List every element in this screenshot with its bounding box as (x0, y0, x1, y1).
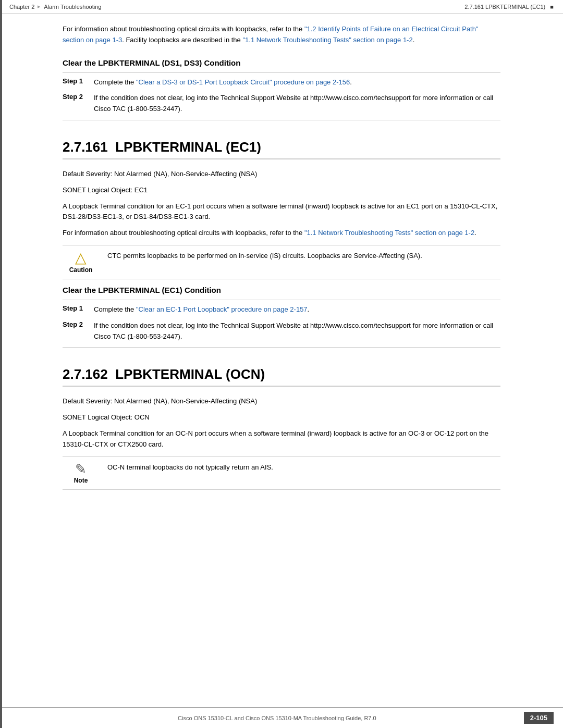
section-161-logical-object: SONET Logical Object: EC1 (63, 185, 500, 196)
caution-icon-wrap: △ Caution (63, 251, 99, 274)
ec1-step1-label: Step 1 (63, 304, 94, 312)
ec1-step2-label: Step 2 (63, 320, 94, 328)
caution-label: Caution (69, 266, 93, 274)
bottom-bar: Cisco ONS 15310-CL and Cisco ONS 15310-M… (0, 707, 563, 728)
ec1-step2-content: If the condition does not clear, log int… (94, 320, 500, 342)
ds1-steps: Step 1 Complete the "Clear a DS-3 or DS-… (63, 77, 500, 115)
ds1-step1-row: Step 1 Complete the "Clear a DS-3 or DS-… (63, 77, 500, 88)
ec1-divider-bottom (63, 347, 500, 348)
intro-text-after-link1: . Facility loopbacks are described in th… (122, 36, 242, 44)
note-text: OC-N terminal loopbacks do not typically… (107, 462, 500, 473)
section-162-severity: Default Severity: Not Alarmed (NA), Non-… (63, 396, 500, 407)
intro-paragraph: For information about troubleshooting op… (63, 24, 500, 46)
ds1-step1-link[interactable]: "Clear a DS-3 or DS-1 Port Loopback Circ… (136, 78, 350, 86)
note-box: ✎ Note OC-N terminal loopbacks do not ty… (63, 456, 500, 490)
section-161-desc2: For information about troubleshooting op… (63, 228, 500, 239)
ds1-step1-content: Complete the "Clear a DS-3 or DS-1 Port … (94, 77, 500, 88)
section-162-title: 2.7.162 LPBKTERMINAL (OCN) (63, 366, 500, 387)
note-label: Note (74, 477, 88, 484)
section-161-title: 2.7.161 LPBKTERMINAL (EC1) (63, 139, 500, 159)
section-161-severity: Default Severity: Not Alarmed (NA), Non-… (63, 169, 500, 180)
ds1-step2-row: Step 2 If the condition does not clear, … (63, 93, 500, 115)
ec1-step1-link[interactable]: "Clear an EC-1 Port Loopback" procedure … (136, 305, 308, 313)
footer-center-text: Cisco ONS 15310-CL and Cisco ONS 15310-M… (30, 715, 524, 721)
section-162-desc1: A Loopback Terminal condition for an OC-… (63, 428, 500, 450)
ds1-step2-content: If the condition does not clear, log int… (94, 93, 500, 115)
ec1-step1-content: Complete the "Clear an EC-1 Port Loopbac… (94, 304, 500, 315)
section-label: Alarm Troubleshooting (44, 4, 101, 10)
main-content: For information about troubleshooting op… (0, 14, 563, 707)
chapter-label: Chapter 2 (9, 4, 34, 10)
ds1-step2-label: Step 2 (63, 93, 94, 101)
top-header: Chapter 2 ▸ Alarm Troubleshooting 2.7.16… (0, 0, 563, 14)
ds1-divider-bottom (63, 120, 500, 120)
ds1-step1-label: Step 1 (63, 77, 94, 85)
ds1-ds3-heading: Clear the LPBKTERMINAL (DS1, DS3) Condit… (63, 58, 500, 67)
note-icon-wrap: ✎ Note (63, 462, 99, 484)
section-162-logical-object: SONET Logical Object: OCN (63, 412, 500, 423)
intro-text-after-link2: . (413, 36, 415, 44)
ec1-divider-top (63, 300, 500, 300)
intro-text-before-link1: For information about troubleshooting op… (63, 25, 304, 33)
header-left: Chapter 2 ▸ Alarm Troubleshooting (9, 3, 101, 10)
page-number: 2-105 (524, 712, 554, 724)
header-right-text: 2.7.161 LPBKTERMINAL (EC1) (464, 4, 545, 10)
ec1-clear-heading: Clear the LPBKTERMINAL (EC1) Condition (63, 286, 500, 294)
caution-box: △ Caution CTC permits loopbacks to be pe… (63, 245, 500, 279)
ec1-step2-row: Step 2 If the condition does not clear, … (63, 320, 500, 342)
caution-icon: △ (75, 251, 87, 265)
section-161-desc2-link[interactable]: "1.1 Network Troubleshooting Tests" sect… (304, 229, 474, 237)
section-162-name: LPBKTERMINAL (OCN) (115, 366, 265, 382)
section-161-desc1: A Loopback Terminal condition for an EC-… (63, 201, 500, 223)
ds1-divider-top (63, 72, 500, 73)
section-162-number: 2.7.162 (63, 366, 108, 382)
caution-text: CTC permits loopbacks to be performed on… (107, 251, 500, 262)
intro-link2[interactable]: "1.1 Network Troubleshooting Tests" sect… (242, 36, 412, 44)
note-icon: ✎ (75, 462, 87, 476)
section-161-number: 2.7.161 (63, 139, 108, 155)
section-161-name: LPBKTERMINAL (EC1) (115, 139, 261, 155)
ec1-step1-row: Step 1 Complete the "Clear an EC-1 Port … (63, 304, 500, 315)
header-right: 2.7.161 LPBKTERMINAL (EC1) ■ (464, 4, 554, 10)
ec1-steps: Step 1 Complete the "Clear an EC-1 Port … (63, 304, 500, 342)
